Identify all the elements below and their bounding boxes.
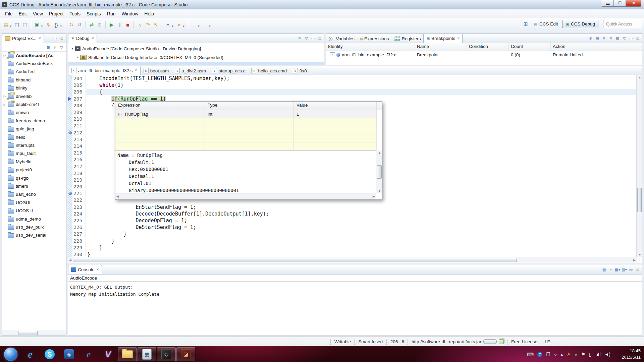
green-app-icon[interactable]: ●	[575, 352, 577, 357]
sidebar-item-timers[interactable]: timers	[2, 182, 66, 190]
code-line[interactable]: 224 Decode(DecodeBuffer[1],DecodeOutput[…	[68, 210, 637, 217]
step-return-icon[interactable]: ↖	[152, 21, 160, 28]
sidebar-item-driverlib[interactable]: ▷ccsdriverlib	[2, 92, 66, 100]
gutter-strip[interactable]	[68, 75, 72, 257]
menu-run[interactable]: Run	[104, 10, 119, 17]
sidebar-item-hello[interactable]: hello	[2, 133, 66, 141]
sidebar-item-udma-demo[interactable]: udma_demo	[2, 215, 66, 223]
column-header-count[interactable]: Count	[509, 43, 551, 51]
keyboard-icon[interactable]: ⌨	[527, 352, 534, 357]
menu-edit[interactable]: Edit	[16, 10, 30, 17]
debug-tree-row[interactable]: ▾✦AudioEncode [Code Composer Studio - De…	[68, 44, 324, 53]
remove-all-breakpoints-icon[interactable]: ✖	[608, 36, 614, 41]
skip-all-breakpoints-icon[interactable]: ⊘	[588, 36, 594, 41]
sidebar-item-bitband[interactable]: bitband	[2, 76, 66, 84]
code-line[interactable]: 205 while(1)	[68, 82, 637, 88]
blue-app-icon[interactable]: ◈	[60, 347, 78, 361]
sidebar-item-audioencode-ac[interactable]: ▷ccsAudioEncode [Ac	[2, 51, 66, 59]
editor-tab-u-divt2-asm[interactable]: su_divt2.asm	[172, 66, 209, 75]
breakpoint-checkbox[interactable]: ✓	[330, 52, 335, 57]
dropdown-arrow-icon[interactable]: ▼	[171, 25, 174, 28]
breakpoint-row[interactable]: ✓arm_fft_bin_example_f32.cBreakpoint0 (0…	[326, 51, 642, 59]
step-into-icon[interactable]: ↘	[136, 21, 144, 28]
popup-expression-row[interactable]: (x)=RunOpFlagint1	[115, 110, 382, 118]
sidebar-item-ucgui[interactable]: UCGUI	[2, 198, 66, 206]
maximize-view-icon[interactable]: □	[317, 36, 323, 41]
connect-target-icon[interactable]: ⇄	[88, 21, 95, 28]
popup-empty-row[interactable]	[115, 126, 382, 134]
dropdown-arrow-icon[interactable]: ▼	[60, 25, 62, 28]
code-line[interactable]: 204 EncodeInit(TEST_LENGTH_SAMPLES,numbe…	[68, 75, 637, 82]
person-icon[interactable]: ♙	[567, 352, 571, 357]
dropdown-arrow-icon[interactable]: ▼	[9, 25, 12, 28]
tab-variables[interactable]: (x)=Variables	[326, 34, 357, 43]
code-line[interactable]: 227 }	[68, 231, 637, 237]
menu-help[interactable]: Help	[141, 10, 157, 17]
project-explorer-hscrollbar[interactable]	[2, 330, 66, 336]
calculator-icon[interactable]: ▦	[138, 347, 156, 361]
sidebar-item-myhello[interactable]: Myhello	[2, 158, 66, 166]
debug-tree-row[interactable]: ➔main() at arm_fft_bin_example_f32.c:207…	[68, 62, 324, 65]
view-menu-icon[interactable]: ▽	[303, 36, 309, 41]
minimize-view-icon[interactable]: ▭	[628, 36, 634, 41]
sidebar-item-audioencodeback[interactable]: AudioEncodeBack	[2, 59, 66, 67]
close-icon[interactable]: ×	[457, 36, 460, 41]
column-header-action[interactable]: Action	[551, 43, 639, 51]
link-with-editor-icon[interactable]: ⇄	[52, 45, 58, 50]
code-line[interactable]: 225 DecodeOpFlag = 1;	[68, 217, 637, 224]
window-icon[interactable]: ❐	[546, 352, 550, 357]
code-line[interactable]: 223 EnStartSendFlag = 1;	[68, 204, 637, 210]
progress-bar[interactable]	[483, 339, 497, 344]
sidebar-item-freertos-demo[interactable]: freertos_demo	[2, 117, 66, 125]
sidebar-item-mpu-fault[interactable]: mpu_fault	[2, 149, 66, 158]
source-gen-icon[interactable]: {}	[53, 21, 60, 28]
sidebar-item-interrupts[interactable]: interrupts	[2, 141, 66, 149]
maximize-view-icon[interactable]: □	[59, 36, 65, 41]
tab-breakpoints[interactable]: ◉Breakpoints×	[423, 34, 463, 43]
code-line[interactable]: 229 }	[68, 244, 637, 251]
maximize-view-icon[interactable]: □	[635, 36, 641, 41]
v-app-icon[interactable]: V	[99, 347, 117, 361]
skype-icon[interactable]: S	[40, 347, 59, 361]
minimize-view-icon[interactable]: ▭	[310, 36, 316, 41]
sidebar-item-usb-dev-bulk[interactable]: usb_dev_bulk	[2, 223, 66, 231]
suspend-icon[interactable]: ‖	[116, 21, 123, 28]
view-menu-icon[interactable]: ▽	[621, 36, 627, 41]
disconnect-target-icon[interactable]: ⊘	[96, 21, 103, 28]
taskbar-clock[interactable]: 18:45 2015/5/11	[622, 348, 641, 360]
close-icon[interactable]: ×	[97, 267, 99, 272]
signal-icon[interactable]	[595, 352, 600, 357]
new-wizard-icon[interactable]: ▤	[2, 21, 10, 28]
editor-hscrollbar[interactable]: ◀ ▶	[68, 257, 637, 263]
debug-launch-icon[interactable]: ▣	[34, 21, 41, 28]
scroll-thumb[interactable]	[377, 165, 382, 179]
dropdown-arrow-icon[interactable]: ▼	[182, 25, 185, 28]
collapse-all-icon[interactable]: ⊟	[45, 45, 51, 50]
flag-icon[interactable]: ⚑	[581, 352, 585, 357]
refresh-icon[interactable]: ↻	[68, 21, 75, 28]
code-line[interactable]: 228 }	[68, 238, 637, 244]
breakpoint-marker-icon[interactable]	[68, 131, 72, 134]
trace-icon[interactable]: ≈	[175, 21, 183, 28]
debug-tree-row[interactable]: ▾▦Stellaris In-Circuit Debug Interface_0…	[68, 53, 324, 62]
usb-icon[interactable]: ▯	[589, 352, 592, 357]
show-hidden-icon[interactable]: ▴	[560, 352, 563, 357]
sidebar-item-audiotest[interactable]: AudioTest	[2, 68, 66, 76]
scroll-thumb[interactable]	[637, 188, 642, 213]
undo-icon[interactable]: ↺	[76, 21, 83, 28]
expand-caret-icon[interactable]: ▾	[70, 47, 75, 50]
quick-access-field[interactable]: Quick Access	[603, 20, 641, 28]
editor-tab-startup-ccs-c[interactable]: cstartup_ccs.c	[209, 66, 249, 75]
column-header-condition[interactable]: Condition	[467, 43, 509, 51]
minimize-view-icon[interactable]: ▭	[628, 267, 634, 272]
editor-vscrollbar[interactable]: ▲ ▼	[636, 75, 642, 257]
start-button[interactable]	[4, 348, 17, 361]
menu-file[interactable]: File	[2, 10, 16, 17]
photo-viewer-icon[interactable]: ◪	[176, 347, 195, 361]
editor-tab-boot-asm[interactable]: sboot.asm	[141, 66, 172, 75]
save-all-icon[interactable]: ◫	[21, 21, 29, 28]
internet-explorer-icon[interactable]: e	[21, 347, 40, 361]
pc-arrow-icon[interactable]	[68, 97, 71, 101]
close-icon[interactable]: ×	[92, 36, 94, 41]
display-console-icon[interactable]: ▦▾	[614, 267, 621, 272]
